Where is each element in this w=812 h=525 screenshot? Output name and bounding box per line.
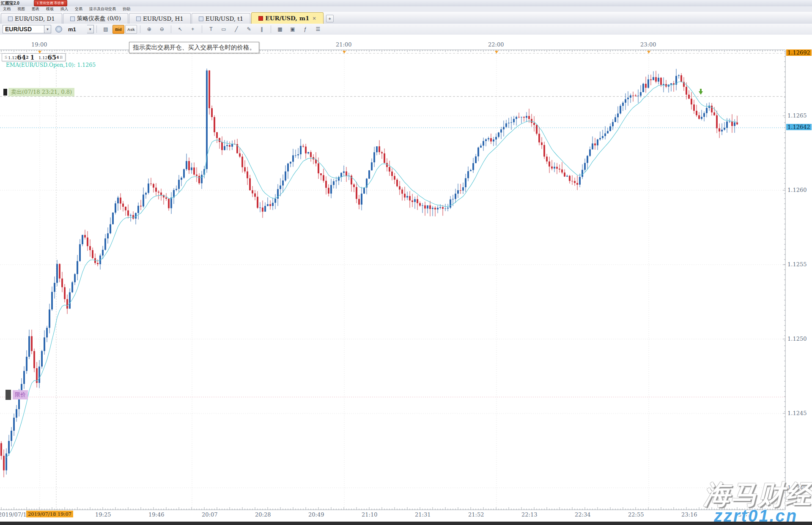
candle-body bbox=[495, 137, 497, 139]
symbol-select[interactable]: EUR/USD bbox=[3, 25, 44, 33]
channel-icon[interactable]: ∥ bbox=[256, 25, 268, 34]
candle-body bbox=[54, 283, 55, 292]
candle-body bbox=[404, 194, 406, 197]
toolbar-separator bbox=[140, 25, 140, 33]
candle-body bbox=[71, 282, 73, 293]
bid-button[interactable]: Bid bbox=[112, 25, 124, 34]
candle-body bbox=[678, 75, 680, 76]
candle-body bbox=[713, 112, 715, 115]
candle-body bbox=[285, 171, 286, 180]
menu-item[interactable]: 交易 bbox=[72, 6, 85, 12]
timeframe-dropdown-arrow-icon[interactable]: ▼ bbox=[87, 25, 94, 33]
candle-body bbox=[196, 175, 198, 176]
ema-line bbox=[6, 82, 737, 458]
tab[interactable]: EUR/USD, D1 bbox=[1, 13, 62, 24]
text-tool-icon[interactable]: T bbox=[205, 25, 217, 34]
candle-body bbox=[64, 287, 66, 299]
candle-body bbox=[434, 208, 436, 210]
candle-body bbox=[455, 194, 456, 199]
candle-body bbox=[650, 79, 652, 80]
candle-body bbox=[706, 108, 708, 113]
candle-body bbox=[257, 197, 258, 208]
candle-body bbox=[181, 178, 182, 180]
candle-body bbox=[647, 79, 649, 88]
indicator-icon[interactable]: ƒ bbox=[299, 25, 311, 34]
candle-body bbox=[632, 96, 634, 96]
candle-body bbox=[493, 139, 494, 142]
tab[interactable]: EUR/USD, t1 bbox=[192, 13, 251, 24]
objects-list-icon[interactable]: ☰ bbox=[312, 25, 324, 34]
trade-alert-badge[interactable]: 1 卖出交易 市价单 bbox=[34, 0, 67, 6]
timeframe-select[interactable]: m1 bbox=[68, 26, 76, 33]
toolbar: EUR/USD ▼ m1 ▼ ▤BidAsk⊕⊖↖+T▭╱✎∥▦▣ƒ☰ bbox=[0, 24, 812, 35]
menu-item[interactable]: 提示及自动交易 bbox=[86, 6, 119, 12]
candle-body bbox=[437, 208, 439, 210]
menu-item[interactable]: 文档 bbox=[0, 6, 14, 12]
candle-body bbox=[305, 147, 307, 153]
candle-body bbox=[691, 98, 692, 104]
crosshair-icon[interactable]: + bbox=[187, 25, 199, 34]
grid-icon[interactable]: ▦ bbox=[274, 25, 286, 34]
candle-body bbox=[693, 104, 695, 111]
menu-item[interactable]: 图表 bbox=[29, 6, 42, 12]
candle-body bbox=[721, 130, 723, 131]
symbol-search-icon[interactable] bbox=[55, 26, 62, 33]
tab[interactable]: EUR/USD, H1 bbox=[129, 13, 191, 24]
bid-ask-quote-box: S 1.12 64 2 1 1.12 65 4 B bbox=[2, 53, 66, 61]
limit-order-label[interactable]: 限价 bbox=[5, 390, 28, 400]
candle-body bbox=[424, 205, 426, 208]
chart-window-icon[interactable]: ▤ bbox=[100, 25, 112, 34]
candle-body bbox=[252, 190, 253, 193]
candle-body bbox=[211, 108, 213, 117]
time-label: 23:16 bbox=[681, 511, 697, 518]
candle-body bbox=[361, 194, 362, 205]
candlestick-chart[interactable] bbox=[0, 35, 812, 525]
menu-item[interactable]: 插入 bbox=[58, 6, 71, 12]
menu-item[interactable]: 模板 bbox=[43, 6, 57, 12]
sell-order-label[interactable]: 卖出(07/18 23:21, 0.8) bbox=[3, 88, 74, 96]
symbol-dropdown-arrow-icon[interactable]: ▼ bbox=[44, 25, 51, 33]
chart-tab-icon bbox=[136, 16, 141, 21]
candle-body bbox=[127, 211, 129, 216]
toolbar-separator bbox=[202, 25, 202, 33]
cursor-icon[interactable]: ↖ bbox=[174, 25, 186, 34]
candle-body bbox=[736, 123, 738, 125]
zoom-in-icon[interactable]: ⊕ bbox=[143, 25, 155, 34]
trendline-icon[interactable]: ╱ bbox=[230, 25, 242, 34]
candle-body bbox=[79, 244, 81, 261]
candle-body bbox=[224, 146, 225, 150]
ask-button[interactable]: Ask bbox=[125, 25, 137, 34]
candle-body bbox=[414, 199, 416, 202]
menu-item[interactable]: 视图 bbox=[14, 6, 28, 12]
candle-body bbox=[389, 167, 390, 172]
menu-item[interactable]: 协助 bbox=[120, 6, 133, 12]
candle-body bbox=[300, 146, 302, 154]
tab-active[interactable]: EUR/USD, m1× bbox=[251, 12, 323, 24]
candle-body bbox=[541, 142, 543, 145]
candle-body bbox=[597, 139, 598, 145]
zoom-out-icon[interactable]: ⊖ bbox=[156, 25, 168, 34]
candle-body bbox=[216, 132, 218, 138]
template-icon[interactable]: ▣ bbox=[287, 25, 299, 34]
candle-body bbox=[363, 188, 365, 194]
sell-order-text: 卖出(07/18 23:21, 0.8) bbox=[8, 88, 74, 96]
candle-body bbox=[97, 263, 99, 264]
candle-body bbox=[485, 139, 487, 141]
candle-body bbox=[120, 197, 121, 203]
candle-body bbox=[335, 180, 337, 181]
candle-body bbox=[653, 77, 654, 80]
candle-body bbox=[399, 186, 401, 190]
candle-body bbox=[386, 163, 388, 167]
toolbar-separator bbox=[171, 25, 171, 33]
tab-close-icon[interactable]: × bbox=[312, 16, 316, 21]
time-label: 22:13 bbox=[521, 511, 537, 518]
candle-body bbox=[267, 204, 269, 206]
new-tab-button[interactable]: + bbox=[326, 15, 334, 22]
tab[interactable]: 策略仪表盘 (0/0) bbox=[63, 13, 128, 24]
chart-area[interactable]: 19:0021:0022:0023:00 2019/07/182019/07/1… bbox=[0, 35, 812, 525]
candle-body bbox=[320, 173, 322, 175]
candle-body bbox=[551, 167, 553, 169]
candle-body bbox=[571, 181, 573, 181]
pencil-icon[interactable]: ✎ bbox=[243, 25, 255, 34]
shapes-icon[interactable]: ▭ bbox=[218, 25, 230, 34]
